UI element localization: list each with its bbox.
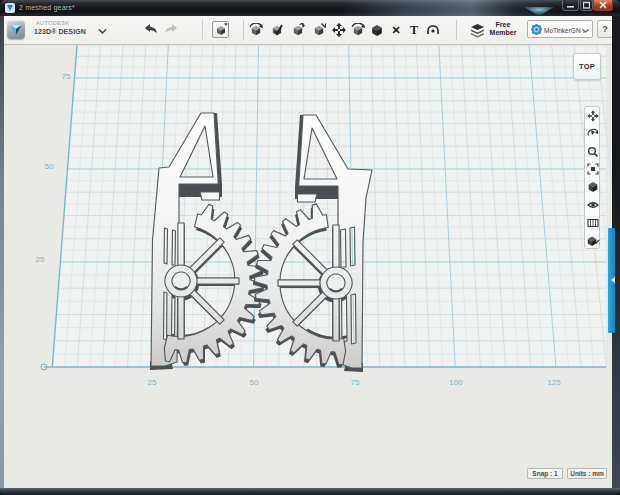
svg-text:50: 50 <box>250 378 259 387</box>
svg-text:75: 75 <box>62 72 71 81</box>
svg-text:125: 125 <box>547 378 561 387</box>
svg-text:75: 75 <box>351 378 360 387</box>
svg-text:50: 50 <box>45 162 54 171</box>
svg-text:100: 100 <box>449 378 463 387</box>
svg-text:25: 25 <box>148 378 157 387</box>
svg-text:25: 25 <box>36 255 45 264</box>
